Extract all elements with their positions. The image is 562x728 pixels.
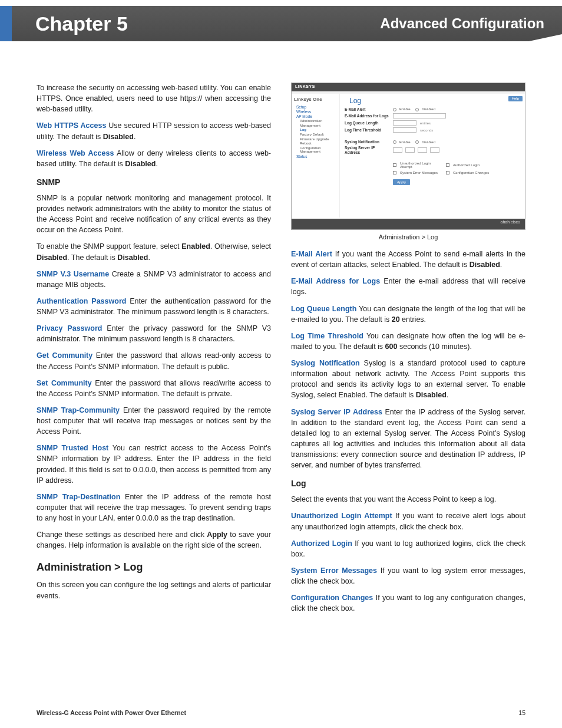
bold-text: Enabled — [181, 242, 210, 251]
footer-product: Wireless-G Access Point with Power Over … — [37, 709, 186, 716]
check-auth[interactable] — [446, 163, 449, 167]
row-syslog-ip: Syslog Server IP Address — [345, 146, 520, 154]
chapter-title: Chapter 5 — [35, 12, 128, 35]
log-heading: Log — [291, 479, 525, 488]
radio-label: Disabled — [422, 140, 435, 144]
term: Authentication Password — [37, 297, 126, 305]
nav-reboot[interactable]: Reboot — [294, 141, 337, 146]
row-time: Log Time Threshold seconds — [345, 127, 520, 133]
radio-enable[interactable] — [393, 108, 396, 111]
footer-page-number: 15 — [518, 709, 525, 716]
row-queue: Log Queue Length entries — [345, 120, 520, 126]
header-bar: Chapter 5 Advanced Configuration — [12, 6, 562, 41]
unit-entries: entries — [420, 121, 431, 126]
bold-text: 20 — [392, 315, 400, 324]
text: Change these settings as described here … — [37, 531, 207, 539]
label-syslog-ip: Syslog Server IP Address — [345, 146, 391, 154]
input-queue[interactable] — [393, 120, 416, 126]
nav-admin[interactable]: Administration — [294, 119, 337, 123]
apply-button[interactable]: Apply — [393, 179, 410, 186]
radio-syslog-disable[interactable] — [415, 140, 419, 144]
tail-text: . — [447, 391, 448, 399]
label-queue: Log Queue Length — [345, 121, 391, 125]
input-email-addr[interactable] — [393, 113, 446, 118]
help-button[interactable]: Help — [508, 96, 523, 101]
label-syslog: Syslog Notification — [345, 140, 391, 144]
privacy-password: Privacy Password Enter the privacy passw… — [37, 323, 271, 344]
syserr-para: System Error Messages If you want to log… — [291, 565, 525, 587]
radio-disable[interactable] — [415, 108, 419, 111]
apply-note: Change these settings as described here … — [37, 529, 271, 551]
router-figure: LINKSYS Linksys One Setup Wireless AP Mo… — [291, 83, 525, 230]
router-main: Help Log E-Mail Alert Enable Disabled E-… — [340, 94, 525, 218]
term: Log Time Threshold — [291, 332, 363, 340]
check-label: Configuration Changes — [453, 171, 489, 175]
ip-seg-2[interactable] — [405, 147, 415, 153]
row-apply: Apply — [345, 177, 520, 186]
term: SNMP Trap-Destination — [37, 493, 120, 501]
bold-text: Disabled — [117, 253, 148, 262]
syslog-ip-para: Syslog Server IP Address Enter the IP ad… — [291, 407, 525, 471]
set-community: Set Community Enter the password that al… — [37, 378, 271, 399]
bold-text: Disabled — [416, 391, 447, 399]
nav-log[interactable]: Log — [294, 128, 337, 132]
nav-factory[interactable]: Factory Default — [294, 133, 337, 137]
text: . The default is — [67, 253, 117, 262]
term: SNMP V.3 Username — [37, 270, 109, 278]
ip-seg-1[interactable] — [393, 147, 402, 153]
cfg-para: Configuration Changes If you want to log… — [291, 592, 525, 614]
check-unauth[interactable] — [393, 163, 396, 167]
nav-fw[interactable]: Firmware Upgrade — [294, 137, 337, 141]
ip-seg-4[interactable] — [430, 147, 439, 153]
trap-destination: SNMP Trap-Destination Enter the IP addre… — [37, 492, 271, 523]
log-intro: Select the events that you want the Acce… — [291, 494, 525, 505]
bold-text: Disabled — [37, 253, 67, 262]
nav-wireless[interactable]: Wireless — [294, 110, 337, 114]
input-time[interactable] — [393, 127, 416, 133]
figure-caption: Administration > Log — [291, 233, 525, 241]
web-https-para: Web HTTPS Access Use secured HTTP sessio… — [37, 120, 271, 141]
admin-log-intro: On this screen you can configure the log… — [37, 579, 271, 601]
router-footer: ahah cisco — [292, 219, 525, 229]
header-accent — [0, 6, 12, 41]
spacer — [345, 134, 520, 138]
content-columns: To increase the security on accessing we… — [0, 83, 562, 620]
page-header: Chapter 5 Advanced Configuration — [0, 0, 562, 47]
intro-para: To increase the security on accessing we… — [37, 83, 271, 114]
bold-text: 600 — [385, 342, 398, 351]
router-brand: LINKSYS — [292, 83, 525, 91]
page: Chapter 5 Advanced Configuration To incr… — [0, 0, 562, 728]
unit-seconds: seconds — [420, 129, 433, 133]
nav-apmode[interactable]: AP Mode — [294, 114, 337, 118]
term: Authorized Login — [291, 539, 352, 548]
nav-mgmt[interactable]: Management — [294, 124, 337, 128]
nav-status[interactable]: Status — [294, 154, 337, 159]
tail-text: entries. — [400, 315, 426, 324]
email-addr-para: E-Mail Address for Logs Enter the e-mail… — [291, 276, 525, 297]
row-email-alert: E-Mail Alert Enable Disabled — [345, 107, 520, 111]
check-syserr[interactable] — [393, 171, 396, 174]
term: Syslog Server IP Address — [291, 408, 382, 416]
body-text: Enter the IP address of the Syslog serve… — [291, 408, 525, 470]
router-ui: LINKSYS Linksys One Setup Wireless AP Mo… — [291, 83, 525, 230]
bold-text: Disabled — [103, 133, 134, 141]
wireless-web-para: Wireless Web Access Allow or deny wirele… — [37, 148, 271, 169]
router-panel-title: Log — [349, 97, 520, 105]
auth-para: Authorized Login If you want to log auth… — [291, 538, 525, 559]
radio-syslog-enable[interactable] — [393, 140, 396, 144]
row-email-addr: E-Mail Address for Logs — [345, 113, 520, 118]
term: SNMP Trap-Community — [37, 406, 120, 414]
bold-text: Apply — [207, 531, 227, 539]
term: E-Mail Alert — [291, 250, 332, 258]
tail-text: . — [500, 261, 502, 269]
term-web-https: Web HTTPS Access — [37, 121, 106, 130]
term: Privacy Password — [37, 324, 102, 332]
text: . — [148, 253, 150, 262]
radio-label: Enable — [399, 140, 411, 144]
ip-seg-3[interactable] — [418, 147, 427, 153]
nav-cfg[interactable]: Configuration Management — [294, 146, 337, 154]
check-label: Unauthorized Login Attempt — [400, 162, 441, 169]
check-cfg[interactable] — [446, 171, 449, 174]
nav-setup[interactable]: Setup — [294, 105, 337, 109]
check-label: System Error Messages — [400, 171, 441, 175]
